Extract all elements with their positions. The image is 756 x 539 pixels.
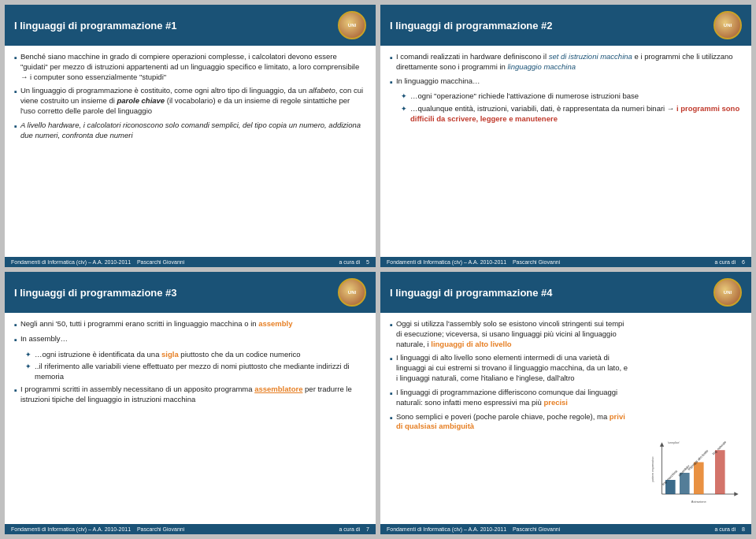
slide-8-header: I linguaggi di programmazione #4 UNI [380, 272, 751, 313]
slide-8-title: I linguaggi di programmazione #4 [390, 287, 553, 299]
bullet-marker: ▪ [390, 412, 393, 423]
slide-5-footer-right: a cura di 5 [339, 259, 369, 265]
slide-7-body: ▪ Negli anni '50, tutti i programmi eran… [5, 313, 376, 524]
slide-5-bullet-1-text: Benché siano macchine in grado di compie… [20, 52, 366, 82]
svg-text:Astrazione: Astrazione [691, 500, 707, 504]
svg-text:'semplice': 'semplice' [668, 441, 680, 444]
slide-6-body: ▪ I comandi realizzati in hardware defin… [380, 46, 751, 257]
bullet-marker: ▪ [14, 319, 17, 330]
slide-8-bullet-2: ▪ I linguaggi di alto livello sono eleme… [390, 353, 629, 383]
slide-8: I linguaggi di programmazione #4 UNI ▪ O… [380, 272, 751, 534]
slide-5-bullet-2: ▪ Un linguaggio di programmazione è cost… [14, 86, 366, 116]
slide-5-bullet-1: ▪ Benché siano macchine in grado di comp… [14, 52, 366, 82]
svg-marker-3 [734, 492, 738, 496]
slide-7-sub-2: ✦ ..il riferimento alle variabili viene … [25, 362, 366, 382]
slide-8-text-column: ▪ Oggi si utilizza l'assembly solo se es… [390, 319, 629, 432]
bullet-marker: ▪ [14, 86, 17, 97]
slide-8-bullet-2-text: I linguaggi di alto livello sono element… [396, 353, 629, 383]
bullet-marker: ▪ [390, 76, 393, 87]
svg-rect-10 [715, 450, 725, 494]
slide-6-bullet-1-text: I comandi realizzati in hardware definis… [396, 52, 742, 72]
slide-8-bullet-3: ▪ I linguaggi di programmazione differis… [390, 388, 629, 408]
slide-7-footer-left: Fondamenti di Informatica (civ) – A.A. 2… [11, 526, 184, 532]
slide-5-bullet-3: ▪ A livello hardware, i calcolatori rico… [14, 121, 366, 141]
slide-8-logo: UNI [713, 278, 742, 307]
sub-bullet-marker: ✦ [25, 362, 32, 372]
bullet-marker: ▪ [14, 52, 17, 63]
slide-7-bullet-1-text: Negli anni '50, tutti i programmi erano … [20, 319, 293, 329]
slide-8-bullet-1-text: Oggi si utilizza l'assembly solo se esis… [396, 319, 629, 349]
svg-marker-2 [660, 442, 664, 446]
slide-8-bullet-4-text: Sono semplici e poveri (poche parole chi… [396, 412, 629, 433]
slide-7: I linguaggi di programmazione #3 UNI ▪ N… [5, 272, 376, 534]
slide-6-footer-left: Fondamenti di Informatica (civ) – A.A. 2… [387, 259, 560, 265]
slide-8-bullet-1: ▪ Oggi si utilizza l'assembly solo se es… [390, 319, 629, 349]
slide-5-footer-left: Fondamenti di Informatica (civ) – A.A. 2… [11, 259, 184, 265]
slide-6-bullet-2: ▪ In linguaggio macchina… [390, 76, 742, 87]
bullet-marker: ▪ [390, 353, 393, 364]
svg-rect-6 [680, 473, 690, 494]
slide-6-sub-2: ✦ …qualunque entità, istruzioni, variabi… [401, 104, 742, 125]
bullet-marker: ▪ [14, 334, 17, 345]
slide-7-footer: Fondamenti di Informatica (civ) – A.A. 2… [5, 524, 376, 534]
slide-5-bullet-3-text: A livello hardware, i calcolatori ricono… [20, 121, 366, 141]
bullet-marker: ▪ [390, 52, 393, 63]
slide-6-bullet-1: ▪ I comandi realizzati in hardware defin… [390, 52, 742, 72]
slide-6: I linguaggi di programmazione #2 UNI ▪ I… [380, 5, 751, 267]
svg-rect-8 [694, 463, 704, 495]
slide-7-title: I linguaggi di programmazione #3 [14, 287, 177, 299]
slide-6-header: I linguaggi di programmazione #2 UNI [380, 5, 751, 46]
slide-7-bullet-2-text: In assembly… [20, 334, 68, 344]
bullet-marker: ▪ [14, 385, 17, 396]
slide-8-body: ▪ Oggi si utilizza l'assembly solo se es… [380, 313, 751, 524]
slide-6-sub-1-text: …ogni "operazione" richiede l'attivazion… [410, 91, 639, 102]
slide-7-bullet-2: ▪ In assembly… [14, 334, 366, 345]
abstraction-chart: ling. macchina assembler linguaggi alto … [643, 437, 745, 508]
slide-8-footer: Fondamenti di Informatica (civ) – A.A. 2… [380, 524, 751, 534]
slide-7-bullet-3: ▪ I programmi scritti in assembly necess… [14, 385, 366, 405]
slide-6-title: I linguaggi di programmazione #2 [390, 20, 553, 32]
slide-8-chart: ling. macchina assembler linguaggi alto … [643, 437, 745, 508]
slide-7-footer-right: a cura di 7 [339, 526, 369, 532]
bullet-marker: ▪ [14, 121, 17, 132]
svg-text:potere espressivo: potere espressivo [650, 456, 654, 482]
slide-7-sub-1-text: …ogni istruzione è identificata da una s… [35, 350, 300, 360]
slide-6-bullet-2-text: In linguaggio macchina… [396, 76, 480, 87]
slide-5-bullet-2-text: Un linguaggio di programmazione è costit… [20, 86, 366, 116]
slide-6-sub-2-text: …qualunque entità, istruzioni, variabili… [410, 104, 742, 125]
sub-bullet-marker: ✦ [401, 104, 407, 114]
slide-5-header: I linguaggi di programmazione #1 UNI [5, 5, 376, 46]
sub-bullet-marker: ✦ [401, 91, 407, 102]
slide-7-logo: UNI [338, 278, 366, 307]
bullet-marker: ▪ [390, 319, 393, 330]
slide-7-bullet-1: ▪ Negli anni '50, tutti i programmi eran… [14, 319, 366, 330]
slide-5-footer: Fondamenti di Informatica (civ) – A.A. 2… [5, 257, 376, 267]
slide-5: I linguaggi di programmazione #1 UNI ▪ B… [5, 5, 376, 267]
slide-7-sub-2-text: ..il riferimento alle variabili viene ef… [35, 362, 366, 382]
slide-7-header: I linguaggi di programmazione #3 UNI [5, 272, 376, 313]
slide-5-body: ▪ Benché siano macchine in grado di comp… [5, 46, 376, 257]
bullet-marker: ▪ [390, 388, 393, 399]
slide-6-sub-1: ✦ …ogni "operazione" richiede l'attivazi… [401, 91, 742, 102]
slide-5-logo: UNI [338, 11, 366, 39]
slide-8-bullet-4: ▪ Sono semplici e poveri (poche parole c… [390, 412, 629, 433]
slide-6-footer: Fondamenti di Informatica (civ) – A.A. 2… [380, 257, 751, 267]
slide-8-footer-left: Fondamenti di Informatica (civ) – A.A. 2… [387, 526, 560, 532]
slide-8-footer-right: a cura di 8 [714, 526, 745, 532]
slide-7-sub-1: ✦ …ogni istruzione è identificata da una… [25, 350, 366, 360]
slide-6-logo: UNI [713, 11, 742, 39]
slide-8-bullet-3-text: I linguaggi di programmazione differisco… [396, 388, 629, 408]
sub-bullet-marker: ✦ [25, 350, 32, 360]
slide-7-bullet-3-text: I programmi scritti in assembly necessit… [20, 385, 366, 405]
slide-6-footer-right: a cura di 6 [714, 259, 745, 265]
slide-5-title: I linguaggi di programmazione #1 [14, 20, 177, 32]
